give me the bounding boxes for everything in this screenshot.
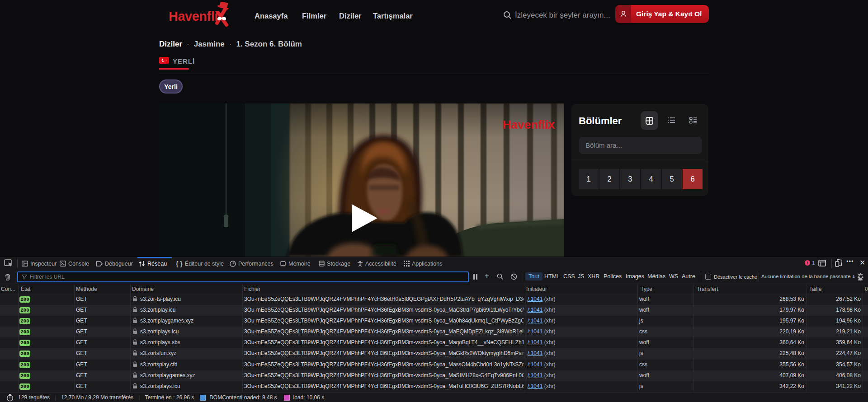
svg-text:Havenfli: Havenfli (503, 118, 548, 131)
svg-text:x: x (548, 117, 555, 131)
